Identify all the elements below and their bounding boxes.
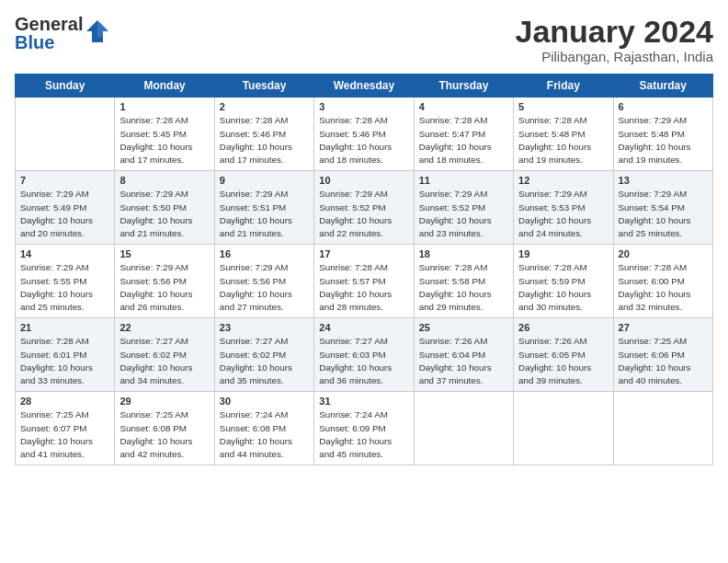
day-number: 17 xyxy=(319,248,409,259)
header-day: Monday xyxy=(115,75,214,98)
day-number: 2 xyxy=(220,101,310,112)
day-info: Sunrise: 7:29 AM Sunset: 5:56 PM Dayligh… xyxy=(220,261,310,314)
calendar-cell: 19Sunrise: 7:28 AM Sunset: 5:59 PM Dayli… xyxy=(514,245,613,318)
calendar-cell: 3Sunrise: 7:28 AM Sunset: 5:46 PM Daylig… xyxy=(314,98,414,171)
calendar-cell: 20Sunrise: 7:28 AM Sunset: 6:00 PM Dayli… xyxy=(613,245,712,318)
day-number: 14 xyxy=(20,248,110,259)
month-title: January 2024 xyxy=(516,15,714,49)
day-number: 22 xyxy=(119,322,210,333)
day-info: Sunrise: 7:29 AM Sunset: 5:56 PM Dayligh… xyxy=(119,261,210,314)
week-row: 7Sunrise: 7:29 AM Sunset: 5:49 PM Daylig… xyxy=(16,171,713,245)
day-number: 12 xyxy=(518,175,609,186)
day-number: 3 xyxy=(319,101,409,112)
day-number: 31 xyxy=(319,396,409,407)
header-day: Sunday xyxy=(16,75,115,98)
calendar-cell: 7Sunrise: 7:29 AM Sunset: 5:49 PM Daylig… xyxy=(16,171,115,245)
calendar-cell xyxy=(414,392,513,465)
day-number: 20 xyxy=(619,248,709,259)
logo: General Blue xyxy=(15,15,110,52)
calendar-cell: 10Sunrise: 7:29 AM Sunset: 5:52 PM Dayli… xyxy=(314,171,414,245)
day-number: 21 xyxy=(20,322,110,333)
calendar-container: General Blue January 2024 Pilibangan, Ra… xyxy=(0,0,728,473)
day-info: Sunrise: 7:28 AM Sunset: 5:46 PM Dayligh… xyxy=(319,114,409,167)
calendar-cell: 11Sunrise: 7:29 AM Sunset: 5:52 PM Dayli… xyxy=(414,171,513,245)
day-info: Sunrise: 7:26 AM Sunset: 6:04 PM Dayligh… xyxy=(419,335,509,387)
location: Pilibangan, Rajasthan, India xyxy=(516,49,714,64)
day-number: 29 xyxy=(119,396,210,407)
calendar-cell: 28Sunrise: 7:25 AM Sunset: 6:07 PM Dayli… xyxy=(16,392,115,465)
day-info: Sunrise: 7:28 AM Sunset: 6:01 PM Dayligh… xyxy=(20,335,110,387)
calendar-cell: 17Sunrise: 7:28 AM Sunset: 5:57 PM Dayli… xyxy=(314,245,414,318)
day-info: Sunrise: 7:28 AM Sunset: 5:57 PM Dayligh… xyxy=(319,261,409,314)
header-day: Wednesday xyxy=(314,75,414,98)
calendar-cell: 30Sunrise: 7:24 AM Sunset: 6:08 PM Dayli… xyxy=(214,392,313,465)
calendar-cell: 24Sunrise: 7:27 AM Sunset: 6:03 PM Dayli… xyxy=(314,318,414,392)
calendar-cell: 16Sunrise: 7:29 AM Sunset: 5:56 PM Dayli… xyxy=(214,245,313,318)
calendar-cell: 31Sunrise: 7:24 AM Sunset: 6:09 PM Dayli… xyxy=(314,392,414,465)
day-info: Sunrise: 7:25 AM Sunset: 6:06 PM Dayligh… xyxy=(619,335,709,387)
day-number: 9 xyxy=(220,175,310,186)
week-row: 14Sunrise: 7:29 AM Sunset: 5:55 PM Dayli… xyxy=(16,245,713,318)
day-number: 10 xyxy=(319,175,409,186)
day-info: Sunrise: 7:25 AM Sunset: 6:07 PM Dayligh… xyxy=(20,408,110,461)
day-number: 8 xyxy=(119,175,210,186)
calendar-table: SundayMondayTuesdayWednesdayThursdayFrid… xyxy=(15,74,713,465)
header: General Blue January 2024 Pilibangan, Ra… xyxy=(15,15,713,64)
day-info: Sunrise: 7:29 AM Sunset: 5:48 PM Dayligh… xyxy=(619,114,709,167)
week-row: 21Sunrise: 7:28 AM Sunset: 6:01 PM Dayli… xyxy=(16,318,713,392)
day-info: Sunrise: 7:24 AM Sunset: 6:09 PM Dayligh… xyxy=(319,408,409,461)
day-number: 26 xyxy=(518,322,609,333)
day-info: Sunrise: 7:29 AM Sunset: 5:52 PM Dayligh… xyxy=(319,188,409,240)
day-number: 23 xyxy=(220,322,310,333)
day-number: 25 xyxy=(419,322,509,333)
day-info: Sunrise: 7:28 AM Sunset: 5:48 PM Dayligh… xyxy=(518,114,609,167)
day-number: 24 xyxy=(319,322,409,333)
logo-icon xyxy=(85,18,110,44)
calendar-cell: 9Sunrise: 7:29 AM Sunset: 5:51 PM Daylig… xyxy=(214,171,313,245)
day-number: 4 xyxy=(419,101,509,112)
calendar-cell: 6Sunrise: 7:29 AM Sunset: 5:48 PM Daylig… xyxy=(613,98,712,171)
day-info: Sunrise: 7:28 AM Sunset: 6:00 PM Dayligh… xyxy=(619,261,709,314)
day-number: 16 xyxy=(220,248,310,259)
title-block: January 2024 Pilibangan, Rajasthan, Indi… xyxy=(516,15,714,64)
calendar-cell: 12Sunrise: 7:29 AM Sunset: 5:53 PM Dayli… xyxy=(514,171,613,245)
day-info: Sunrise: 7:24 AM Sunset: 6:08 PM Dayligh… xyxy=(220,408,310,461)
calendar-cell: 1Sunrise: 7:28 AM Sunset: 5:45 PM Daylig… xyxy=(115,98,214,171)
day-number: 11 xyxy=(419,175,509,186)
calendar-cell xyxy=(514,392,613,465)
day-info: Sunrise: 7:27 AM Sunset: 6:02 PM Dayligh… xyxy=(119,335,210,387)
day-info: Sunrise: 7:29 AM Sunset: 5:50 PM Dayligh… xyxy=(119,188,210,240)
header-day: Tuesday xyxy=(214,75,313,98)
calendar-cell: 4Sunrise: 7:28 AM Sunset: 5:47 PM Daylig… xyxy=(414,98,513,171)
day-info: Sunrise: 7:28 AM Sunset: 5:46 PM Dayligh… xyxy=(220,114,310,167)
header-day: Friday xyxy=(514,75,613,98)
day-number: 30 xyxy=(220,396,310,407)
week-row: 28Sunrise: 7:25 AM Sunset: 6:07 PM Dayli… xyxy=(16,392,713,465)
week-row: 1Sunrise: 7:28 AM Sunset: 5:45 PM Daylig… xyxy=(16,98,713,171)
day-number: 7 xyxy=(20,175,110,186)
calendar-cell: 29Sunrise: 7:25 AM Sunset: 6:08 PM Dayli… xyxy=(115,392,214,465)
calendar-cell: 8Sunrise: 7:29 AM Sunset: 5:50 PM Daylig… xyxy=(115,171,214,245)
day-number: 27 xyxy=(619,322,709,333)
day-info: Sunrise: 7:28 AM Sunset: 5:45 PM Dayligh… xyxy=(119,114,210,167)
calendar-cell: 18Sunrise: 7:28 AM Sunset: 5:58 PM Dayli… xyxy=(414,245,513,318)
day-number: 18 xyxy=(419,248,509,259)
day-info: Sunrise: 7:27 AM Sunset: 6:03 PM Dayligh… xyxy=(319,335,409,387)
calendar-cell xyxy=(16,98,115,171)
day-info: Sunrise: 7:29 AM Sunset: 5:55 PM Dayligh… xyxy=(20,261,110,314)
day-info: Sunrise: 7:29 AM Sunset: 5:52 PM Dayligh… xyxy=(419,188,509,240)
calendar-cell: 13Sunrise: 7:29 AM Sunset: 5:54 PM Dayli… xyxy=(613,171,712,245)
calendar-cell: 26Sunrise: 7:26 AM Sunset: 6:05 PM Dayli… xyxy=(514,318,613,392)
calendar-cell: 23Sunrise: 7:27 AM Sunset: 6:02 PM Dayli… xyxy=(214,318,313,392)
day-number: 1 xyxy=(119,101,210,112)
svg-marker-1 xyxy=(97,20,108,37)
day-info: Sunrise: 7:28 AM Sunset: 5:59 PM Dayligh… xyxy=(518,261,609,314)
day-number: 13 xyxy=(619,175,709,186)
day-info: Sunrise: 7:25 AM Sunset: 6:08 PM Dayligh… xyxy=(119,408,210,461)
day-info: Sunrise: 7:29 AM Sunset: 5:49 PM Dayligh… xyxy=(20,188,110,240)
day-number: 19 xyxy=(518,248,609,259)
header-day: Thursday xyxy=(414,75,513,98)
day-info: Sunrise: 7:27 AM Sunset: 6:02 PM Dayligh… xyxy=(220,335,310,387)
day-number: 6 xyxy=(619,101,709,112)
header-day: Saturday xyxy=(613,75,712,98)
